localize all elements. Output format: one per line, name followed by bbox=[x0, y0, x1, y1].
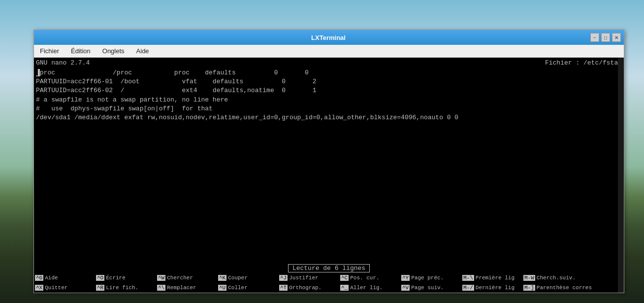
shortcut-item: ^T Orthograp. bbox=[279, 285, 338, 291]
shortcut-key: ^\ bbox=[157, 285, 165, 291]
window-controls: − □ ✕ bbox=[590, 33, 621, 42]
shortcut-item: ^V Page suiv. bbox=[401, 285, 460, 291]
nano-status-message: Lecture de 6 lignes bbox=[288, 264, 370, 272]
shortcut-label: Couper bbox=[226, 275, 248, 281]
shortcut-label: Parenthèse corres bbox=[535, 285, 592, 291]
title-bar: LXTerminal − □ ✕ bbox=[34, 30, 624, 45]
menu-fichier[interactable]: Fichier bbox=[36, 46, 63, 56]
shortcut-key: ^V bbox=[401, 285, 410, 291]
window-title: LXTerminal bbox=[66, 34, 590, 41]
nano-version: GNU nano 2.7.4 bbox=[36, 59, 90, 67]
shortcut-item: ^U Coller bbox=[218, 285, 277, 291]
shortcut-key: ^T bbox=[279, 285, 288, 291]
maximize-button[interactable]: □ bbox=[601, 33, 610, 42]
close-button[interactable]: ✕ bbox=[612, 33, 621, 42]
shortcut-label: Justifier bbox=[288, 275, 318, 281]
shortcut-label: Orthograp. bbox=[288, 285, 322, 291]
terminal-content[interactable]: ▌proc /proc proc defaults 0 0 PARTUUID=a… bbox=[34, 67, 624, 263]
shortcut-item: M-\ Première lig bbox=[462, 275, 521, 281]
nano-status-bar: Lecture de 6 lignes bbox=[34, 263, 624, 273]
shortcut-row-1: ^G Aide^O Écrire^W Chercher^K Couper^J J… bbox=[34, 273, 624, 283]
terminal-window: LXTerminal − □ ✕ Fichier Édition Onglets… bbox=[33, 30, 624, 293]
shortcut-item: ^W Chercher bbox=[157, 275, 216, 281]
shortcut-key: M-W bbox=[523, 275, 535, 281]
shortcut-item: M-] Parenthèse corres bbox=[523, 285, 592, 291]
shortcut-item: ^K Couper bbox=[218, 275, 277, 281]
shortcut-key: M-\ bbox=[462, 275, 474, 281]
shortcut-label: Première lig bbox=[474, 275, 515, 281]
shortcut-item: ^_ Aller lig. bbox=[340, 285, 399, 291]
shortcut-key: ^_ bbox=[340, 285, 349, 291]
shortcut-key: ^Y bbox=[401, 275, 410, 281]
shortcut-label: Aller lig. bbox=[349, 285, 383, 291]
shortcut-label: Cherch.suiv. bbox=[535, 275, 576, 281]
shortcut-key: ^W bbox=[157, 275, 165, 281]
shortcut-key: M-/ bbox=[462, 285, 474, 291]
shortcut-label: Remplacer bbox=[165, 285, 196, 291]
shortcut-label: Dernière lig bbox=[474, 285, 515, 291]
shortcut-item: ^\ Remplacer bbox=[157, 285, 216, 291]
shortcut-item: M-/ Dernière lig bbox=[462, 285, 521, 291]
menu-aide[interactable]: Aide bbox=[132, 46, 153, 56]
shortcut-key: ^X bbox=[35, 285, 43, 291]
shortcut-item: M-W Cherch.suiv. bbox=[523, 275, 582, 281]
shortcut-key: ^U bbox=[218, 285, 226, 291]
menu-bar: Fichier Édition Onglets Aide bbox=[34, 45, 624, 58]
shortcut-item: ^Y Page préc. bbox=[401, 275, 460, 281]
shortcut-label: Chercher bbox=[165, 275, 193, 281]
nano-filename: Fichier : /etc/fstab bbox=[545, 59, 622, 67]
shortcut-item: ^O Écrire bbox=[96, 275, 155, 281]
shortcut-key: ^K bbox=[218, 275, 226, 281]
shortcut-key: ^C bbox=[340, 275, 349, 281]
nano-shortcuts: ^G Aide^O Écrire^W Chercher^K Couper^J J… bbox=[34, 273, 624, 293]
menu-onglets[interactable]: Onglets bbox=[98, 46, 129, 56]
minimize-button[interactable]: − bbox=[590, 33, 599, 42]
menu-edition[interactable]: Édition bbox=[67, 46, 95, 56]
shortcut-item: ^J Justifier bbox=[279, 275, 338, 281]
shortcut-item: ^X Quitter bbox=[35, 285, 94, 291]
terminal-body[interactable]: GNU nano 2.7.4 Fichier : /etc/fstab ▌pro… bbox=[34, 58, 624, 293]
shortcut-key: ^O bbox=[96, 275, 104, 281]
shortcut-item: ^C Pos. cur. bbox=[340, 275, 399, 281]
shortcut-label: Page préc. bbox=[410, 275, 444, 281]
shortcut-label: Écrire bbox=[104, 275, 126, 281]
shortcut-label: Pos. cur. bbox=[349, 275, 379, 281]
shortcut-label: Quitter bbox=[43, 285, 67, 291]
shortcut-label: Page suiv. bbox=[410, 285, 444, 291]
shortcut-row-2: ^X Quitter^R Lire fich.^\ Remplacer^U Co… bbox=[34, 283, 624, 293]
shortcut-key: ^G bbox=[35, 275, 43, 281]
scrollbar[interactable] bbox=[618, 58, 624, 293]
shortcut-key: ^R bbox=[96, 285, 104, 291]
shortcut-item: ^R Lire fich. bbox=[96, 285, 155, 291]
shortcut-key: ^J bbox=[279, 275, 288, 281]
shortcut-label: Coller bbox=[226, 285, 248, 291]
shortcut-item: ^G Aide bbox=[35, 275, 94, 281]
shortcut-label: Lire fich. bbox=[104, 285, 138, 291]
nano-top-bar: GNU nano 2.7.4 Fichier : /etc/fstab bbox=[34, 58, 624, 67]
shortcut-key: M-] bbox=[523, 285, 535, 291]
shortcut-label: Aide bbox=[43, 275, 58, 281]
